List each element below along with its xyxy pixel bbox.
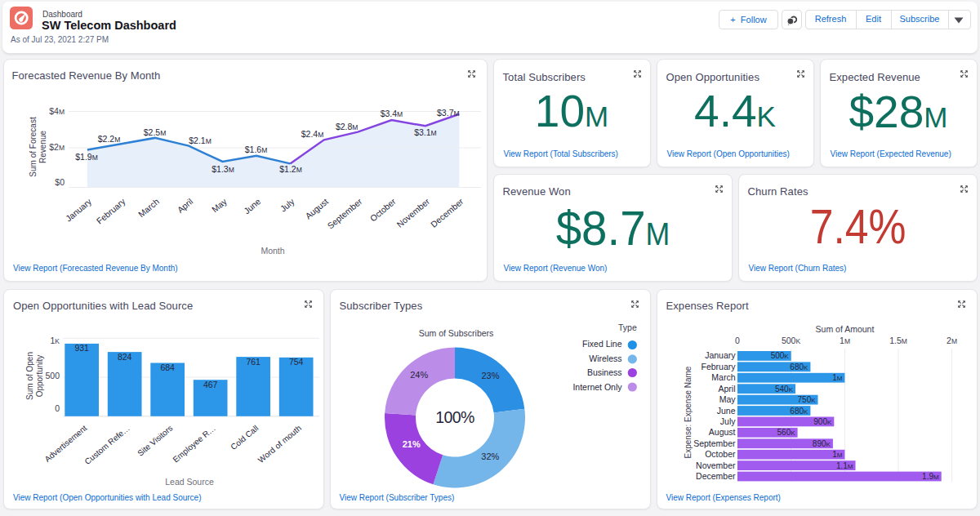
- svg-text:$3.7M: $3.7M: [437, 108, 460, 118]
- svg-text:100%: 100%: [435, 407, 474, 425]
- svg-text:$1.6M: $1.6M: [245, 145, 268, 154]
- svg-text:August: August: [708, 427, 735, 437]
- svg-text:$1.2M: $1.2M: [279, 164, 302, 174]
- svg-text:0: 0: [55, 403, 60, 413]
- svg-text:$0: $0: [55, 177, 65, 187]
- svg-text:March: March: [711, 372, 735, 382]
- svg-text:824: 824: [118, 351, 132, 361]
- svg-text:Business: Business: [586, 367, 621, 377]
- svg-text:November: November: [394, 196, 431, 229]
- svg-text:Custom Refe…: Custom Refe…: [83, 423, 131, 465]
- svg-text:2M: 2M: [947, 336, 957, 345]
- svg-text:April: April: [176, 196, 195, 215]
- svg-text:500K: 500K: [781, 336, 800, 345]
- svg-text:931: 931: [74, 343, 89, 353]
- svg-text:February: February: [95, 196, 127, 226]
- svg-text:$1.3M: $1.3M: [212, 164, 234, 174]
- svg-text:Site Visitors: Site Visitors: [136, 423, 174, 457]
- svg-text:Sum of Amount: Sum of Amount: [815, 324, 874, 334]
- svg-text:April: April: [718, 383, 735, 393]
- svg-text:May: May: [210, 196, 229, 214]
- svg-text:July: July: [719, 416, 735, 425]
- svg-text:February: February: [701, 361, 736, 371]
- svg-text:$2.2M: $2.2M: [98, 134, 121, 144]
- svg-text:March: March: [136, 196, 161, 219]
- svg-text:Sum of Open: Sum of Open: [25, 352, 34, 400]
- svg-text:October: October: [705, 449, 736, 459]
- svg-text:1.9M: 1.9M: [922, 472, 939, 481]
- svg-text:January: January: [705, 350, 736, 360]
- svg-text:July: July: [278, 196, 297, 214]
- svg-text:1M: 1M: [832, 450, 843, 459]
- svg-text:Internet Only: Internet Only: [572, 381, 622, 391]
- svg-text:Opportunity: Opportunity: [35, 354, 44, 397]
- svg-text:Sum of Forecast: Sum of Forecast: [29, 117, 38, 177]
- svg-text:May: May: [719, 394, 736, 404]
- svg-text:$2.8M: $2.8M: [336, 122, 359, 131]
- svg-text:Lead Source: Lead Source: [165, 476, 214, 486]
- svg-text:Type: Type: [618, 322, 637, 331]
- svg-text:Word of mouth: Word of mouth: [256, 423, 303, 464]
- svg-text:$3.1M: $3.1M: [414, 127, 437, 137]
- svg-text:680K: 680K: [790, 406, 808, 415]
- svg-text:1.1M: 1.1M: [835, 460, 853, 469]
- svg-text:Employee R…: Employee R…: [171, 423, 216, 464]
- svg-text:$4M: $4M: [49, 106, 65, 116]
- svg-text:467: 467: [203, 379, 218, 389]
- svg-text:500K: 500K: [770, 351, 789, 360]
- svg-text:754: 754: [289, 357, 304, 367]
- svg-text:560K: 560K: [777, 428, 795, 437]
- svg-text:24%: 24%: [410, 369, 428, 379]
- svg-text:32%: 32%: [481, 452, 499, 461]
- svg-text:December: December: [429, 196, 466, 229]
- svg-text:1M: 1M: [840, 336, 850, 345]
- svg-text:21%: 21%: [402, 439, 420, 449]
- svg-text:November: November: [696, 460, 736, 469]
- svg-text:September: September: [325, 196, 363, 231]
- svg-text:540K: 540K: [774, 384, 793, 393]
- svg-text:500: 500: [45, 371, 60, 380]
- svg-text:June: June: [716, 405, 735, 415]
- svg-text:680K: 680K: [790, 362, 808, 371]
- svg-text:890K: 890K: [812, 438, 831, 447]
- svg-text:$2M: $2M: [49, 142, 65, 152]
- svg-text:Revenue: Revenue: [38, 131, 47, 163]
- svg-text:$1.9M: $1.9M: [75, 152, 98, 162]
- svg-text:1K: 1K: [50, 336, 60, 345]
- svg-text:June: June: [242, 196, 262, 216]
- svg-text:23%: 23%: [481, 370, 499, 380]
- svg-text:761: 761: [246, 356, 261, 366]
- svg-text:Advertisement: Advertisement: [42, 423, 88, 464]
- svg-text:1.5M: 1.5M: [889, 336, 907, 345]
- svg-text:1M: 1M: [832, 373, 843, 382]
- svg-text:Cold Call: Cold Call: [229, 423, 260, 452]
- svg-text:$2.4M: $2.4M: [301, 129, 324, 139]
- svg-text:August: August: [303, 196, 330, 220]
- svg-text:$3.4M: $3.4M: [381, 109, 403, 118]
- svg-text:October: October: [368, 196, 398, 224]
- svg-text:750K: 750K: [797, 395, 816, 404]
- svg-text:Fixed Line: Fixed Line: [582, 339, 622, 349]
- svg-text:$2.1M: $2.1M: [189, 136, 212, 145]
- svg-text:Sum of Subscribers: Sum of Subscribers: [418, 327, 493, 337]
- svg-text:Month: Month: [261, 246, 284, 256]
- svg-text:0: 0: [735, 336, 740, 345]
- svg-text:December: December: [696, 471, 736, 481]
- svg-text:September: September: [693, 438, 736, 447]
- svg-text:684: 684: [160, 363, 175, 372]
- svg-text:Expense: Expense Name: Expense: Expense Name: [683, 366, 692, 458]
- svg-text:Wireless: Wireless: [589, 353, 621, 363]
- svg-text:$2.5M: $2.5M: [144, 127, 167, 137]
- svg-text:900K: 900K: [813, 416, 832, 425]
- svg-text:January: January: [64, 196, 94, 224]
